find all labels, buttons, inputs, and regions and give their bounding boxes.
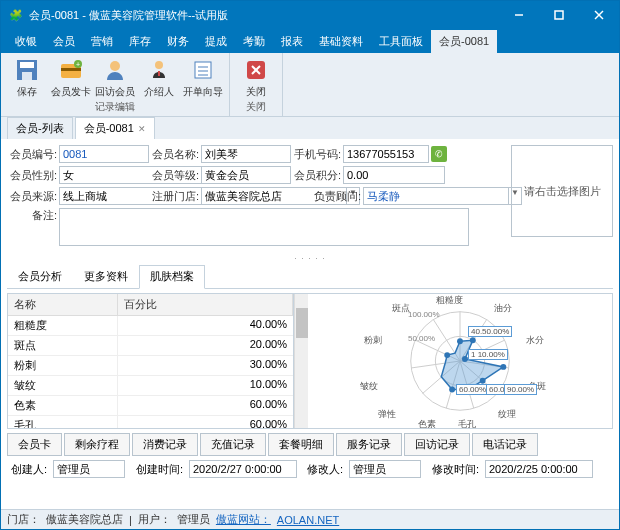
btn-call-log[interactable]: 电话记录: [472, 433, 538, 456]
points-input[interactable]: [343, 166, 445, 184]
ring-label: 100.00%: [408, 310, 440, 319]
ctime-label: 创建时间:: [129, 462, 185, 477]
chart-callout: 90.00%: [504, 384, 537, 395]
svg-rect-1: [555, 11, 563, 19]
menu-marketing[interactable]: 营销: [83, 30, 121, 53]
btn-member-card[interactable]: 会员卡: [7, 433, 62, 456]
phone-icon[interactable]: ✆: [431, 146, 447, 162]
save-icon: [14, 57, 40, 83]
maximize-button[interactable]: [539, 1, 579, 29]
svg-point-35: [457, 338, 463, 344]
svg-point-36: [470, 337, 476, 343]
menu-cashier[interactable]: 收银: [7, 30, 45, 53]
mtime-input[interactable]: [485, 460, 593, 478]
remark-label: 备注:: [7, 208, 59, 223]
svg-point-38: [500, 364, 506, 370]
status-store: 傲蓝美容院总店: [46, 512, 123, 527]
order-wizard-button[interactable]: 开单向导: [181, 53, 225, 100]
btn-package[interactable]: 套餐明细: [268, 433, 334, 456]
editor-input[interactable]: [349, 460, 421, 478]
axis-label: 皱纹: [360, 380, 378, 393]
points-label: 会员积分:: [291, 168, 343, 183]
status-site-link[interactable]: AOLAN.NET: [277, 514, 339, 526]
table-row[interactable]: 毛孔60.00%: [8, 416, 293, 429]
creator-label: 创建人:: [7, 462, 49, 477]
code-input[interactable]: [59, 145, 149, 163]
creator-input[interactable]: [53, 460, 125, 478]
btn-consume[interactable]: 消费记录: [132, 433, 198, 456]
btn-service[interactable]: 服务记录: [336, 433, 402, 456]
menubar: 收银 会员 营销 库存 财务 提成 考勤 报表 基础资料 工具面板 会员-008…: [1, 29, 619, 53]
menu-member[interactable]: 会员: [45, 30, 83, 53]
menu-toolpanel[interactable]: 工具面板: [371, 30, 431, 53]
svg-rect-8: [61, 68, 81, 71]
editor-label: 修改人:: [301, 462, 345, 477]
tab-analysis[interactable]: 会员分析: [7, 265, 73, 288]
phone-input[interactable]: [343, 145, 429, 163]
regstore-label: 注册门店:: [149, 189, 201, 204]
th-pct[interactable]: 百分比: [118, 294, 293, 315]
level-label: 会员等级:: [149, 168, 201, 183]
issue-card-button[interactable]: +会员发卡: [49, 53, 93, 100]
svg-text:+: +: [76, 61, 80, 68]
tab-member-list[interactable]: 会员-列表: [7, 117, 73, 139]
close-tab-icon[interactable]: ✕: [138, 124, 146, 134]
status-user-label: 用户：: [138, 512, 171, 527]
table-row[interactable]: 粉刺30.00%: [8, 356, 293, 376]
btn-remaining[interactable]: 剩余疗程: [64, 433, 130, 456]
menu-finance[interactable]: 财务: [159, 30, 197, 53]
sub-tabs: 会员分析 更多资料 肌肤档案: [7, 265, 613, 289]
status-site-label[interactable]: 傲蓝网站：: [216, 512, 271, 527]
btn-recharge[interactable]: 充值记录: [200, 433, 266, 456]
level-input[interactable]: [201, 166, 291, 184]
skin-panel: 名称 百分比 粗糙度40.00% 斑点20.00% 粉刺30.00% 皱纹10.…: [7, 293, 613, 429]
table-row[interactable]: 粗糙度40.00%: [8, 316, 293, 336]
advisor-select[interactable]: [363, 187, 508, 205]
photo-picker[interactable]: 请右击选择图片: [511, 145, 613, 237]
chart-callout: 1 10.00%: [468, 349, 508, 360]
save-button[interactable]: 保存: [5, 53, 49, 100]
tab-member-0081[interactable]: 会员-0081✕: [75, 117, 155, 139]
ctime-input[interactable]: [189, 460, 297, 478]
table-row[interactable]: 皱纹10.00%: [8, 376, 293, 396]
content: 会员编号: 会员名称: 手机号码: ✆ 会员性别: ▼ 会员等级: 会员积分: …: [1, 139, 619, 484]
statusbar: 门店： 傲蓝美容院总店 | 用户： 管理员 傲蓝网站： AOLAN.NET: [1, 509, 619, 529]
menu-report[interactable]: 报表: [273, 30, 311, 53]
close-button[interactable]: [579, 1, 619, 29]
axis-label: 毛孔: [458, 418, 476, 429]
gender-label: 会员性别:: [7, 168, 59, 183]
person-icon: [102, 57, 128, 83]
menu-basedata[interactable]: 基础资料: [311, 30, 371, 53]
close-record-button[interactable]: 关闭: [234, 53, 278, 100]
menu-current-member[interactable]: 会员-0081: [431, 30, 497, 53]
btn-visit-log[interactable]: 回访记录: [404, 433, 470, 456]
minimize-button[interactable]: [499, 1, 539, 29]
status-store-label: 门店：: [7, 512, 40, 527]
table-scrollbar[interactable]: [294, 294, 308, 428]
menu-commission[interactable]: 提成: [197, 30, 235, 53]
name-input[interactable]: [201, 145, 291, 163]
table-row[interactable]: 斑点20.00%: [8, 336, 293, 356]
visit-button[interactable]: 回访会员: [93, 53, 137, 100]
ribbon-group-close-label: 关闭: [246, 100, 266, 116]
referrer-button[interactable]: 介绍人: [137, 53, 181, 100]
menu-stock[interactable]: 库存: [121, 30, 159, 53]
svg-rect-5: [20, 62, 34, 68]
phone-label: 手机号码:: [291, 147, 343, 162]
skin-table: 名称 百分比 粗糙度40.00% 斑点20.00% 粉刺30.00% 皱纹10.…: [8, 294, 294, 428]
svg-point-42: [444, 352, 450, 358]
tab-moreinfo[interactable]: 更多资料: [73, 265, 139, 288]
table-row[interactable]: 色素60.00%: [8, 396, 293, 416]
axis-label: 水分: [526, 334, 544, 347]
axis-label: 粗糙度: [436, 294, 463, 307]
tab-skinfile[interactable]: 肌肤档案: [139, 265, 205, 289]
name-label: 会员名称:: [149, 147, 201, 162]
remark-textarea[interactable]: [59, 208, 469, 246]
svg-rect-13: [158, 71, 160, 76]
titlebar: 🧩 会员-0081 - 傲蓝美容院管理软件--试用版: [1, 1, 619, 29]
referrer-icon: [146, 57, 172, 83]
svg-point-37: [462, 356, 468, 362]
menu-attendance[interactable]: 考勤: [235, 30, 273, 53]
app-icon: 🧩: [9, 9, 23, 22]
th-name[interactable]: 名称: [8, 294, 118, 315]
